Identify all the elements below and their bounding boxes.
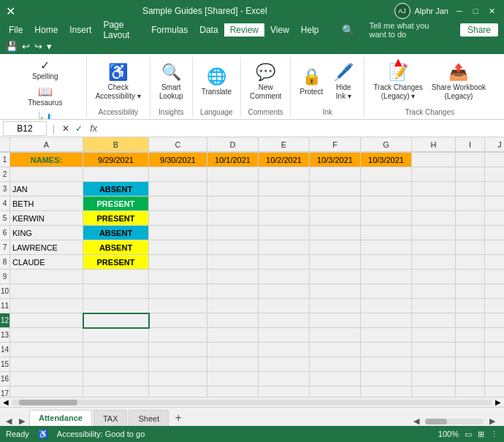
cell-A2[interactable] <box>10 167 83 182</box>
view-page-break-icon[interactable]: ⋮ <box>490 430 498 439</box>
cell-I13[interactable] <box>456 328 485 343</box>
cell-H9[interactable] <box>412 270 456 284</box>
cell-D10[interactable] <box>207 284 259 299</box>
cell-J1[interactable] <box>485 153 504 167</box>
cell-C10[interactable] <box>149 284 207 299</box>
search-placeholder[interactable]: Tell me what you want to do <box>363 20 448 40</box>
cell-reference-box[interactable]: B12 <box>3 121 47 136</box>
cell-B15[interactable] <box>83 357 149 372</box>
col-header-G[interactable]: G <box>361 137 412 152</box>
menu-home[interactable]: Home <box>28 23 64 37</box>
cell-F15[interactable] <box>310 357 361 372</box>
cell-F16[interactable] <box>310 372 361 386</box>
cell-E4[interactable] <box>259 197 310 211</box>
cell-J4[interactable] <box>485 197 504 211</box>
cell-I4[interactable] <box>456 197 485 211</box>
minimize-button[interactable]: ─ <box>453 4 466 18</box>
workbook-stats-button[interactable]: 📊 Workbook Statistics <box>10 110 80 120</box>
cell-C8[interactable] <box>149 255 207 270</box>
cell-H15[interactable] <box>412 357 456 372</box>
cell-F3[interactable] <box>310 182 361 197</box>
cell-G13[interactable] <box>361 328 412 343</box>
cell-E2[interactable] <box>259 167 310 182</box>
cell-G14[interactable] <box>361 343 412 357</box>
cell-I2[interactable] <box>456 167 485 182</box>
cell-G17[interactable] <box>361 386 412 397</box>
scroll-right-button[interactable]: ▶ <box>495 398 501 406</box>
cell-D11[interactable] <box>207 299 259 313</box>
col-header-A[interactable]: A <box>10 137 83 152</box>
cell-B8[interactable]: PRESENT <box>83 255 149 270</box>
cell-H5[interactable] <box>412 211 456 226</box>
cell-E7[interactable] <box>259 240 310 255</box>
cell-I15[interactable] <box>456 357 485 372</box>
cell-A9[interactable] <box>10 270 83 284</box>
col-header-C[interactable]: C <box>149 137 207 152</box>
cell-G15[interactable] <box>361 357 412 372</box>
cell-G1[interactable]: 10/3/2021 <box>361 153 412 167</box>
cell-F14[interactable] <box>310 343 361 357</box>
cell-H4[interactable] <box>412 197 456 211</box>
cell-C7[interactable] <box>149 240 207 255</box>
cell-B13[interactable] <box>83 328 149 343</box>
cell-G3[interactable] <box>361 182 412 197</box>
cell-F12[interactable] <box>310 313 361 328</box>
scroll-thumb[interactable] <box>19 400 77 405</box>
cell-F10[interactable] <box>310 284 361 299</box>
cell-G9[interactable] <box>361 270 412 284</box>
close-button[interactable]: ✕ <box>485 4 498 18</box>
cell-D1[interactable]: 10/1/2021 <box>207 153 259 167</box>
cell-I1[interactable] <box>456 153 485 167</box>
cell-J14[interactable] <box>485 343 504 357</box>
spelling-button[interactable]: ✓ Spelling <box>10 57 80 82</box>
protect-button[interactable]: 🔒 Protect <box>297 65 326 99</box>
cell-B3[interactable]: ABSENT <box>83 182 149 197</box>
cell-B10[interactable] <box>83 284 149 299</box>
cell-C3[interactable] <box>149 182 207 197</box>
cancel-button[interactable]: ✕ <box>61 123 71 134</box>
cell-E3[interactable] <box>259 182 310 197</box>
menu-file[interactable]: File <box>3 23 28 37</box>
cell-E13[interactable] <box>259 328 310 343</box>
cell-E11[interactable] <box>259 299 310 313</box>
col-header-J[interactable]: J <box>485 137 504 152</box>
cell-D12[interactable] <box>207 313 259 328</box>
cell-D15[interactable] <box>207 357 259 372</box>
cell-C15[interactable] <box>149 357 207 372</box>
col-header-H[interactable]: H <box>412 137 456 152</box>
tab-scroll-left[interactable]: ◀ <box>3 416 15 426</box>
cell-H3[interactable] <box>412 182 456 197</box>
cell-A17[interactable] <box>10 386 83 397</box>
window-controls[interactable]: ─ □ ✕ <box>453 4 498 18</box>
track-changes-button[interactable]: ▲ 📝 Track Changes(Legacy) ▾ <box>370 61 425 103</box>
tab-tax[interactable]: TAX <box>93 410 128 426</box>
cell-E16[interactable] <box>259 372 310 386</box>
cell-F9[interactable] <box>310 270 361 284</box>
cell-A3[interactable]: JAN <box>10 182 83 197</box>
cell-J13[interactable] <box>485 328 504 343</box>
cell-B12[interactable] <box>83 313 149 328</box>
cell-G2[interactable] <box>361 167 412 182</box>
scroll-indicator-right[interactable]: ▶ <box>489 416 495 426</box>
cell-E14[interactable] <box>259 343 310 357</box>
cell-E6[interactable] <box>259 226 310 240</box>
cell-H13[interactable] <box>412 328 456 343</box>
cell-F1[interactable]: 10/3/2021 <box>310 153 361 167</box>
cell-A14[interactable] <box>10 343 83 357</box>
cell-B7[interactable]: ABSENT <box>83 240 149 255</box>
cell-I11[interactable] <box>456 299 485 313</box>
cell-J3[interactable] <box>485 182 504 197</box>
cell-A11[interactable] <box>10 299 83 313</box>
cell-D13[interactable] <box>207 328 259 343</box>
col-header-D[interactable]: D <box>207 137 259 152</box>
col-header-I[interactable]: I <box>456 137 485 152</box>
cell-G8[interactable] <box>361 255 412 270</box>
cell-C2[interactable] <box>149 167 207 182</box>
cell-H16[interactable] <box>412 372 456 386</box>
cell-D9[interactable] <box>207 270 259 284</box>
cell-C12[interactable] <box>149 313 207 328</box>
cell-C17[interactable] <box>149 386 207 397</box>
cell-D8[interactable] <box>207 255 259 270</box>
cell-G4[interactable] <box>361 197 412 211</box>
cell-E1[interactable]: 10/2/2021 <box>259 153 310 167</box>
